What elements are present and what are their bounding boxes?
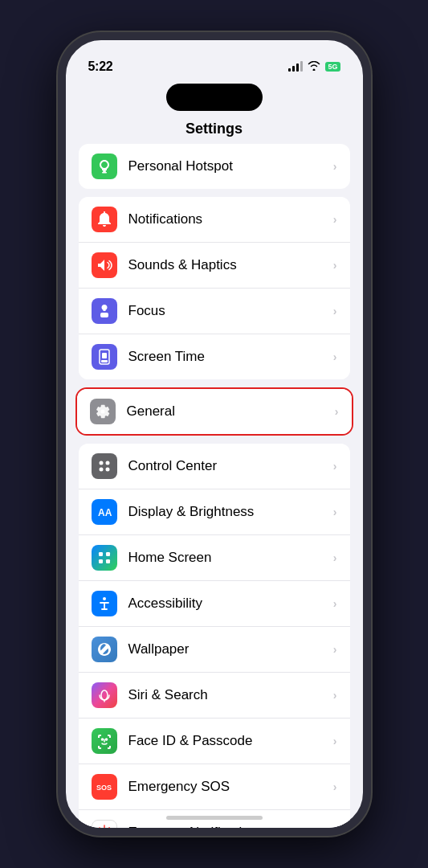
- notifications-icon: [92, 207, 117, 232]
- screen-time-label: Screen Time: [128, 349, 333, 365]
- wallpaper-icon: [92, 637, 117, 662]
- general-group: General ›: [75, 387, 353, 436]
- accessibility-chevron: ›: [333, 597, 337, 610]
- focus-item[interactable]: Focus ›: [79, 289, 350, 334]
- sounds-haptics-label: Sounds & Haptics: [128, 257, 333, 273]
- face-id-icon: [92, 728, 117, 754]
- exposure-notifications-item[interactable]: Exposure Notifications ›: [79, 810, 350, 836]
- general-chevron: ›: [335, 405, 339, 418]
- svg-point-22: [102, 830, 107, 835]
- svg-line-30: [108, 828, 109, 829]
- emergency-sos-item[interactable]: SOS Emergency SOS ›: [79, 764, 350, 810]
- svg-line-27: [99, 828, 100, 829]
- display-group: Control Center › AA Display & Brightness…: [79, 444, 350, 836]
- sounds-icon: [92, 252, 117, 278]
- wallpaper-chevron: ›: [333, 643, 337, 656]
- svg-text:AA: AA: [98, 507, 112, 518]
- svg-point-8: [99, 468, 103, 472]
- wifi-icon: [308, 60, 320, 73]
- notifications-label: Notifications: [128, 211, 333, 227]
- accessibility-label: Accessibility: [128, 596, 333, 612]
- general-item[interactable]: General ›: [77, 389, 352, 434]
- face-id-chevron: ›: [333, 735, 337, 747]
- notifications-item[interactable]: Notifications ›: [79, 197, 350, 243]
- emergency-sos-chevron: ›: [333, 780, 337, 793]
- exposure-icon: [92, 820, 117, 836]
- svg-rect-11: [99, 552, 103, 556]
- notifications-group: Notifications › Sounds & Haptics ›: [79, 197, 350, 379]
- display-brightness-chevron: ›: [333, 506, 337, 518]
- status-bar: 5:22 5G: [66, 40, 363, 82]
- screen-time-icon: [92, 344, 117, 370]
- display-brightness-icon: AA: [92, 499, 117, 525]
- display-brightness-label: Display & Brightness: [128, 504, 333, 520]
- home-screen-chevron: ›: [333, 551, 337, 564]
- svg-point-18: [101, 739, 103, 740]
- emergency-sos-icon: SOS: [92, 774, 117, 800]
- focus-chevron: ›: [333, 305, 337, 317]
- page-title: Settings: [66, 111, 363, 144]
- wallpaper-item[interactable]: Wallpaper ›: [79, 627, 350, 673]
- svg-rect-2: [100, 313, 108, 317]
- notifications-chevron: ›: [333, 213, 337, 226]
- svg-rect-13: [99, 559, 103, 563]
- personal-hotspot-item[interactable]: Personal Hotspot ›: [79, 144, 350, 189]
- siri-search-chevron: ›: [333, 689, 337, 702]
- siri-icon: [92, 682, 117, 708]
- svg-point-15: [103, 597, 106, 600]
- scroll-content[interactable]: Personal Hotspot › Notifications ›: [66, 144, 363, 836]
- svg-point-19: [105, 739, 107, 740]
- status-icons: 5G: [288, 60, 340, 73]
- sounds-chevron: ›: [333, 259, 337, 272]
- control-center-item[interactable]: Control Center ›: [79, 444, 350, 489]
- svg-text:SOS: SOS: [96, 784, 112, 792]
- accessibility-icon: [92, 591, 117, 616]
- screen-time-item[interactable]: Screen Time ›: [79, 334, 350, 379]
- signal-icon: [288, 62, 303, 72]
- exposure-notifications-chevron: ›: [333, 826, 337, 836]
- wallpaper-label: Wallpaper: [128, 641, 333, 657]
- cellular-badge: 5G: [325, 62, 340, 72]
- home-bar: [166, 816, 263, 820]
- hotspot-icon: [92, 154, 117, 179]
- face-id-item[interactable]: Face ID & Passcode ›: [79, 719, 350, 764]
- status-time: 5:22: [88, 59, 113, 74]
- accessibility-item[interactable]: Accessibility ›: [79, 581, 350, 627]
- hotspot-group: Personal Hotspot ›: [79, 144, 350, 189]
- svg-point-16: [101, 690, 108, 700]
- siri-search-item[interactable]: Siri & Search ›: [79, 673, 350, 719]
- siri-search-label: Siri & Search: [128, 687, 333, 703]
- svg-point-6: [99, 461, 103, 465]
- screen-time-chevron: ›: [333, 350, 337, 363]
- home-screen-label: Home Screen: [128, 550, 333, 566]
- face-id-label: Face ID & Passcode: [128, 733, 333, 749]
- control-center-chevron: ›: [333, 460, 337, 473]
- svg-rect-14: [106, 559, 110, 563]
- home-screen-item[interactable]: Home Screen ›: [79, 535, 350, 581]
- control-center-icon: [92, 453, 117, 479]
- svg-rect-4: [101, 360, 108, 362]
- emergency-sos-label: Emergency SOS: [128, 779, 333, 795]
- svg-rect-5: [102, 353, 107, 358]
- svg-rect-1: [102, 172, 107, 174]
- general-icon: [90, 399, 116, 424]
- home-screen-icon: [92, 545, 117, 571]
- display-brightness-item[interactable]: AA Display & Brightness ›: [79, 489, 350, 535]
- svg-point-9: [105, 468, 109, 472]
- hotspot-label: Personal Hotspot: [128, 158, 333, 174]
- hotspot-chevron: ›: [333, 160, 337, 173]
- exposure-notifications-label: Exposure Notifications: [128, 825, 333, 836]
- svg-point-7: [105, 461, 109, 465]
- focus-icon: [92, 298, 117, 324]
- phone-frame: 5:22 5G Settings: [58, 32, 371, 836]
- dynamic-island: [166, 84, 263, 111]
- sounds-haptics-item[interactable]: Sounds & Haptics ›: [79, 243, 350, 289]
- svg-rect-12: [106, 552, 110, 556]
- svg-rect-0: [103, 170, 106, 172]
- control-center-label: Control Center: [128, 458, 333, 474]
- focus-label: Focus: [128, 303, 333, 319]
- general-label: General: [127, 403, 335, 420]
